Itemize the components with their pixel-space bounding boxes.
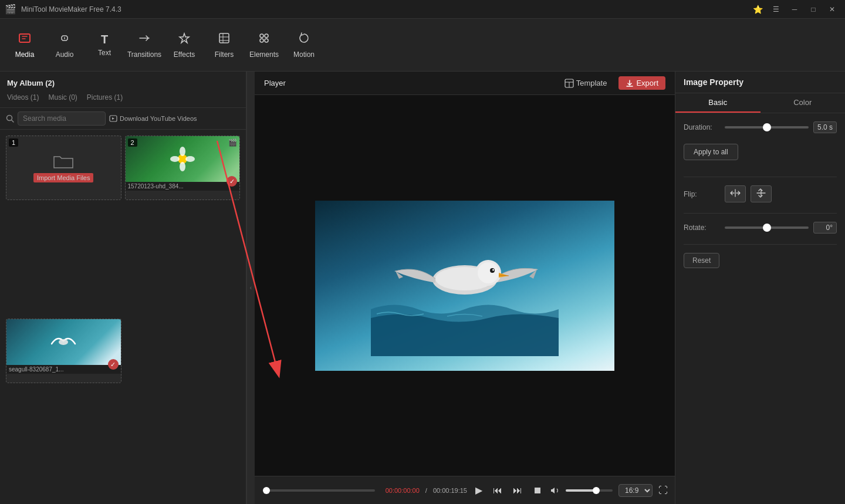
toolbar-elements[interactable]: Elements [244, 23, 284, 67]
seagull-thumbnail [6, 319, 121, 365]
flip-icons [725, 185, 772, 202]
effects-icon [178, 32, 191, 48]
flip-horizontal-button[interactable] [725, 185, 746, 202]
flip-vertical-button[interactable] [751, 185, 772, 202]
tab-color[interactable]: Color [760, 93, 846, 113]
volume-bar[interactable] [566, 489, 613, 492]
volume-icon[interactable] [550, 486, 560, 495]
apply-all-container: Apply to all [684, 144, 837, 168]
seagull-check: ✓ [108, 359, 119, 370]
divider-2 [684, 213, 837, 214]
seagull-media-item[interactable]: ✓ seagull-8320687_1... [6, 319, 121, 383]
duration-row: Duration: 5.0 s [684, 121, 837, 133]
download-youtube-button[interactable]: Download YouTube Videos [109, 114, 197, 123]
search-bar: Download YouTube Videos [0, 108, 246, 130]
text-icon: T [101, 33, 108, 46]
video-player [255, 95, 675, 476]
player-frame [315, 201, 614, 371]
app-title: MiniTool MovieMaker Free 7.4.3 [21, 5, 753, 13]
right-panel: Image Property Basic Color Duration: 5.0… [675, 72, 845, 504]
right-panel-body: Duration: 5.0 s Apply to all Flip: [675, 113, 845, 504]
import-label: Import Media Files [33, 173, 93, 182]
play-button[interactable]: ▶ [473, 482, 485, 498]
video-type-icon: 🎬 [228, 138, 237, 147]
reset-button[interactable]: Reset [684, 253, 719, 268]
videos-section[interactable]: Videos (1) [7, 92, 39, 103]
svg-point-6 [260, 34, 263, 38]
export-button[interactable]: Export [618, 76, 665, 90]
right-panel-title: Image Property [684, 77, 837, 87]
minimize-button[interactable]: ─ [786, 4, 803, 15]
toolbar: Media Audio T Text Transitions Effects F… [0, 19, 845, 72]
rotate-slider[interactable] [725, 226, 809, 229]
flower-label: 15720123-uhd_384... [126, 182, 240, 191]
tab-basic[interactable]: Basic [675, 93, 760, 113]
annotation-2: 2 [128, 138, 137, 147]
flower-check: ✓ [227, 176, 237, 187]
close-button[interactable]: ✕ [824, 4, 840, 15]
album-title: My Album (2) [7, 76, 239, 90]
player-label: Player [264, 79, 286, 87]
toolbar-audio[interactable]: Audio [45, 23, 84, 67]
toolbar-filters[interactable]: Filters [204, 23, 244, 67]
svg-rect-2 [219, 33, 229, 43]
prev-frame-button[interactable]: ⏮ [491, 483, 505, 498]
template-icon [565, 79, 574, 88]
duration-value: 5.0 s [813, 121, 837, 133]
motion-icon [298, 32, 310, 48]
flower-svg [165, 144, 200, 174]
rotate-value: 0° [813, 222, 837, 234]
svg-point-28 [492, 269, 494, 270]
player-controls: 00:00:00:00 / 00:00:19:15 ▶ ⏮ ⏭ ⏹ 16:9 9… [255, 476, 675, 504]
time-sep: / [425, 487, 427, 494]
template-button[interactable]: Template [560, 76, 612, 90]
flower-media-item[interactable]: 🎬 ✓ 15720123-uhd_384... 2 [125, 136, 241, 200]
svg-marker-1 [180, 33, 189, 43]
aspect-ratio-select[interactable]: 16:9 9:16 4:3 1:1 [618, 484, 653, 497]
svg-line-11 [12, 120, 14, 123]
flower-thumbnail [126, 136, 240, 182]
apply-all-button[interactable]: Apply to all [684, 144, 738, 160]
seagull-small-svg [46, 329, 81, 356]
toolbar-text[interactable]: T Text [84, 23, 124, 67]
rotate-label: Rotate: [684, 224, 725, 232]
download-label: Download YouTube Videos [120, 115, 197, 122]
next-frame-button[interactable]: ⏭ [511, 483, 525, 498]
audio-label: Audio [56, 50, 74, 59]
search-input[interactable] [18, 111, 106, 126]
album-header: My Album (2) Videos (1) Music (0) Pictur… [0, 72, 246, 108]
right-panel-header: Image Property [675, 72, 845, 93]
panel-collapse-arrow[interactable]: ‹ [246, 72, 255, 504]
svg-point-27 [490, 268, 495, 273]
player-bg [315, 201, 614, 371]
timeline-thumb[interactable] [263, 487, 270, 494]
stop-button[interactable]: ⏹ [530, 483, 545, 498]
settings-icon[interactable]: ⭐ [753, 5, 763, 14]
music-section[interactable]: Music (0) [48, 92, 77, 103]
toolbar-transitions[interactable]: Transitions [124, 23, 164, 67]
left-panel: My Album (2) Videos (1) Music (0) Pictur… [0, 72, 246, 504]
export-label: Export [636, 79, 658, 87]
fullscreen-button[interactable]: ⛶ [658, 485, 668, 496]
settings-button[interactable]: ☰ [768, 4, 784, 15]
volume-thumb[interactable] [593, 487, 600, 494]
flip-row: Flip: [684, 185, 837, 202]
flip-label: Flip: [684, 190, 725, 198]
maximize-button[interactable]: □ [805, 4, 822, 15]
seagull-label: seagull-8320687_1... [6, 365, 121, 374]
toolbar-media[interactable]: Media [5, 23, 45, 67]
svg-point-14 [180, 147, 185, 156]
svg-point-9 [265, 39, 268, 42]
youtube-icon [109, 114, 117, 123]
pictures-section[interactable]: Pictures (1) [87, 92, 123, 103]
svg-point-15 [180, 162, 185, 171]
main-wrap: My Album (2) Videos (1) Music (0) Pictur… [0, 72, 845, 504]
duration-slider[interactable] [725, 126, 809, 128]
player-timeline-bar[interactable] [266, 489, 375, 492]
export-icon [626, 79, 634, 87]
import-media-button[interactable]: 1 Import Media Files [6, 136, 121, 200]
divider-3 [684, 244, 837, 245]
toolbar-effects[interactable]: Effects [164, 23, 204, 67]
svg-rect-0 [19, 34, 30, 42]
toolbar-motion[interactable]: Motion [284, 23, 324, 67]
